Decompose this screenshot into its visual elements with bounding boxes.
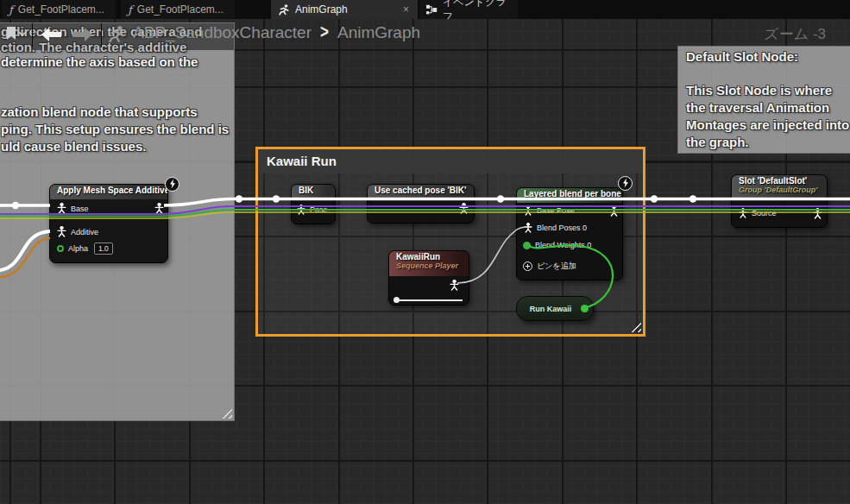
pin-base[interactable]: Base bbox=[57, 203, 89, 214]
comment-text-line: determine the axis based on the bbox=[1, 54, 198, 70]
node-subtitle: Group 'DefaultGroup' bbox=[739, 186, 820, 194]
breadcrumb-separator-icon: > bbox=[320, 22, 329, 44]
node-title: Use cached pose 'BIK' bbox=[368, 185, 474, 199]
pin-blend-weights-0[interactable]: Blend Weights 0 bbox=[523, 241, 591, 249]
pin-source[interactable]: Source bbox=[739, 208, 777, 218]
pose-pin-icon bbox=[739, 208, 747, 218]
node-kawaiirun-sequence-player[interactable]: KawaiiRun Sequence Player bbox=[388, 250, 469, 306]
tab-label: AnimGraph bbox=[295, 3, 348, 16]
bool-pin-output[interactable] bbox=[581, 305, 589, 312]
pin-additive[interactable]: Additive bbox=[57, 226, 98, 237]
pose-pin-icon bbox=[57, 226, 66, 237]
wire-reroute-dot[interactable] bbox=[651, 195, 658, 202]
pin-pose-output[interactable] bbox=[450, 280, 459, 291]
pin-label: Pose bbox=[310, 205, 328, 214]
comment-text-line: ping. This setup ensures the blend is bbox=[1, 122, 229, 137]
close-icon[interactable]: × bbox=[401, 4, 411, 15]
resize-handle[interactable] bbox=[631, 322, 641, 332]
anim-runner-icon bbox=[278, 3, 290, 16]
chevron-down-icon[interactable] bbox=[18, 31, 27, 37]
pin-blend-poses-0[interactable]: Blend Poses 0 bbox=[524, 223, 587, 233]
node-slot-defaultslot[interactable]: Slot 'DefaultSlot' Group 'DefaultGroup' … bbox=[731, 174, 828, 228]
fast-path-lightning-icon bbox=[165, 177, 179, 192]
pin-label: Alpha bbox=[68, 244, 88, 253]
function-icon: ƒ bbox=[9, 3, 13, 16]
pin-label: Blend Weights 0 bbox=[535, 241, 591, 249]
comment-title: Kawaii Run bbox=[258, 149, 643, 173]
tab-bar: ƒ Get_FootPlacem... ƒ Get_FootPlacem... … bbox=[0, 0, 850, 19]
pin-label: ピンを追加 bbox=[537, 261, 576, 272]
tab-event-graph[interactable]: イベントグラフ bbox=[419, 0, 518, 19]
pin-label: Base bbox=[71, 205, 89, 213]
pin-label: Additive bbox=[71, 228, 98, 236]
node-layered-blend-per-bone[interactable]: Layered blend per bone Base Pose Blend P… bbox=[516, 187, 623, 280]
pin-label: Base Pose bbox=[537, 206, 575, 215]
float-pin-icon bbox=[57, 245, 64, 252]
alpha-value-input[interactable]: 1.0 bbox=[94, 243, 113, 255]
tab-label: Get_FootPlacem... bbox=[18, 3, 104, 16]
breadcrumb: ABP_SandboxCharacter > AnimGraph bbox=[133, 23, 420, 42]
node-title: KawaiiRun Sequence Player bbox=[389, 251, 469, 276]
node-title: BIK bbox=[292, 185, 335, 199]
pose-pin-icon bbox=[297, 205, 305, 215]
pose-pin-icon bbox=[57, 203, 66, 214]
pin-base-pose[interactable]: Base Pose bbox=[524, 205, 575, 216]
wire-reroute-dot[interactable] bbox=[236, 195, 242, 202]
node-bik[interactable]: BIK Pose bbox=[291, 184, 336, 224]
wire-reroute-dot[interactable] bbox=[689, 195, 696, 202]
breadcrumb-root[interactable]: ABP_SandboxCharacter bbox=[133, 23, 312, 42]
event-graph-icon bbox=[426, 4, 438, 16]
divider bbox=[101, 23, 102, 47]
variable-label: Run Kawaii bbox=[530, 305, 572, 313]
pin-label: Blend Poses 0 bbox=[537, 224, 587, 232]
pin-pose-output[interactable] bbox=[813, 208, 822, 219]
node-use-cached-pose-bik[interactable]: Use cached pose 'BIK' bbox=[367, 184, 475, 224]
comment-text-line: zation blend node that supports bbox=[1, 104, 198, 120]
pose-pin-icon bbox=[524, 223, 532, 233]
node-apply-mesh-space-additive[interactable]: Apply Mesh Space Additive Base Additive … bbox=[49, 184, 168, 263]
node-title: Apply Mesh Space Additive bbox=[50, 185, 167, 199]
playback-progress-bar bbox=[399, 299, 463, 301]
add-pin-icon bbox=[523, 261, 532, 271]
pin-pose-output[interactable] bbox=[459, 203, 469, 214]
fast-path-lightning-icon bbox=[618, 176, 633, 191]
add-pin-button[interactable]: ピンを追加 bbox=[523, 261, 576, 272]
animgraph-editor: ƒ Get_FootPlacem... ƒ Get_FootPlacem... … bbox=[0, 0, 850, 504]
function-icon: ƒ bbox=[128, 3, 132, 16]
forward-button[interactable] bbox=[71, 27, 94, 42]
tab-get-footplacem-1[interactable]: ƒ Get_FootPlacem... bbox=[2, 0, 116, 19]
resize-handle[interactable] bbox=[222, 408, 232, 419]
divider bbox=[32, 23, 33, 47]
pin-alpha[interactable]: Alpha 1.0 bbox=[57, 243, 113, 255]
node-run-kawaii-variable[interactable]: Run Kawaii bbox=[516, 296, 594, 321]
node-title: Slot 'DefaultSlot' Group 'DefaultGroup' bbox=[732, 175, 827, 200]
float-pin-icon bbox=[523, 242, 531, 249]
graph-canvas[interactable]: g direction when the camera and ction. T… bbox=[0, 19, 850, 504]
pin-label: Source bbox=[752, 209, 777, 217]
pose-pin-icon bbox=[524, 205, 532, 216]
node-title: Layered blend per bone bbox=[517, 188, 622, 203]
node-subtitle: Sequence Player bbox=[396, 261, 462, 270]
back-button[interactable] bbox=[40, 27, 63, 42]
tab-animgraph[interactable]: AnimGraph × bbox=[271, 0, 418, 19]
comment-title: Default Slot Node: bbox=[686, 49, 798, 65]
pin-pose-output[interactable] bbox=[154, 203, 164, 214]
comment-box-default-slot[interactable]: Default Slot Node: This Slot Node is whe… bbox=[677, 46, 850, 154]
anim-runner-icon bbox=[107, 24, 126, 45]
tab-get-footplacem-2[interactable]: ƒ Get_FootPlacem... bbox=[121, 0, 235, 19]
pin-pose[interactable]: Pose bbox=[297, 205, 328, 215]
comment-text-line: uld cause blend issues. bbox=[1, 139, 146, 154]
tab-label: Get_FootPlacem... bbox=[137, 3, 224, 16]
zoom-indicator: ズーム -3 bbox=[764, 24, 826, 44]
pin-pose-output[interactable] bbox=[609, 205, 619, 217]
comment-body: This Slot Node is where the traversal An… bbox=[686, 82, 850, 151]
breadcrumb-current[interactable]: AnimGraph bbox=[337, 23, 420, 42]
bookmark-icon[interactable] bbox=[5, 26, 17, 41]
